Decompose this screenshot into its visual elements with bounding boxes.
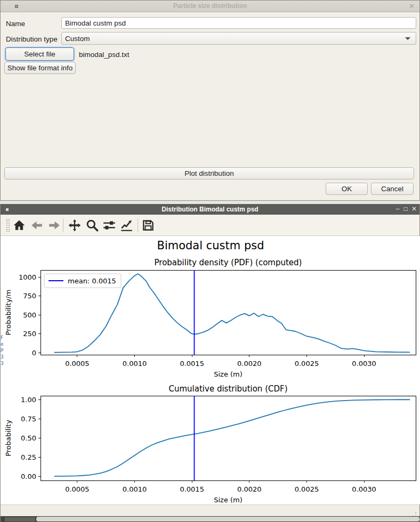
screen: Particle size distribution ✕ Name Distri… xyxy=(0,0,420,522)
svg-text:750: 750 xyxy=(23,292,36,300)
svg-text:0.0025: 0.0025 xyxy=(295,485,319,493)
close-icon[interactable]: ✕ xyxy=(410,205,418,213)
plot-window-titlebar[interactable]: Distribution Bimodal custm psd – □ ✕ xyxy=(1,204,419,215)
figure-title: Bimodal custm psd xyxy=(157,239,264,252)
home-icon[interactable] xyxy=(12,218,26,232)
edit-plot-icon[interactable] xyxy=(119,218,133,232)
scrollbar-thumb[interactable] xyxy=(36,517,419,521)
ok-button[interactable]: OK xyxy=(326,183,368,195)
svg-text:0.0030: 0.0030 xyxy=(352,360,376,368)
save-icon[interactable] xyxy=(141,218,155,232)
name-input[interactable] xyxy=(61,17,416,29)
dialog-title: Particle size distribution xyxy=(1,2,419,10)
svg-text:0.0025: 0.0025 xyxy=(295,360,319,368)
svg-text:0: 0 xyxy=(32,349,36,357)
plot-distribution-button[interactable]: Plot distribution xyxy=(4,167,414,180)
svg-text:0.0015: 0.0015 xyxy=(180,360,204,368)
back-icon[interactable] xyxy=(30,218,44,232)
configure-subplots-icon[interactable] xyxy=(102,218,116,232)
svg-text:0.0010: 0.0010 xyxy=(123,360,147,368)
svg-text:0.0005: 0.0005 xyxy=(65,485,90,493)
particle-size-dialog: Particle size distribution ✕ Name Distri… xyxy=(0,0,420,201)
legend-label: mean: 0.0015 xyxy=(68,277,116,285)
zoom-icon[interactable] xyxy=(85,218,99,232)
resize-grip-icon[interactable] xyxy=(409,512,410,513)
matplotlib-toolbar xyxy=(1,215,419,236)
svg-text:0.50: 0.50 xyxy=(21,434,36,442)
name-label: Name xyxy=(6,20,25,28)
svg-text:0.0020: 0.0020 xyxy=(237,485,262,493)
svg-text:0.0010: 0.0010 xyxy=(123,485,147,493)
toolbar-grip[interactable] xyxy=(9,219,11,232)
distribution-type-value: Custom xyxy=(65,35,90,43)
pdf-subplot: Probability density (PDF) (computed)0.00… xyxy=(4,258,416,378)
cdf-xlabel: Size (m) xyxy=(214,496,243,504)
svg-text:1000: 1000 xyxy=(19,273,36,281)
figure-canvas[interactable]: Bimodal custm psdProbability density (PD… xyxy=(1,236,420,504)
cdf-subplot: Cumulative distribution (CDF)0.00050.001… xyxy=(4,384,416,504)
scrollbar-button[interactable] xyxy=(5,517,35,521)
close-icon[interactable]: ✕ xyxy=(409,2,415,10)
toolbar-separator xyxy=(138,218,138,232)
dialog-titlebar[interactable]: Particle size distribution ✕ xyxy=(1,1,419,12)
svg-text:0.00: 0.00 xyxy=(21,472,36,480)
selected-file-label: bimodal_psd.txt xyxy=(79,51,130,59)
figure-svg: Bimodal custm psdProbability density (PD… xyxy=(1,236,420,504)
distribution-type-label: Distribution type xyxy=(6,35,58,43)
chevron-down-icon xyxy=(405,37,410,40)
pdf-ylabel: Probability/m xyxy=(4,290,12,336)
cdf-title: Cumulative distribution (CDF) xyxy=(169,384,288,394)
svg-text:0.0005: 0.0005 xyxy=(65,360,90,368)
pan-icon[interactable] xyxy=(68,218,82,232)
svg-text:0.25: 0.25 xyxy=(21,453,36,461)
show-file-format-info-button[interactable]: Show file format info xyxy=(4,62,76,74)
svg-text:0.0015: 0.0015 xyxy=(180,485,204,493)
svg-text:1.00: 1.00 xyxy=(21,396,36,404)
pdf-title: Probability density (PDF) (computed) xyxy=(155,258,302,267)
legend: mean: 0.0015 xyxy=(44,274,121,288)
select-file-button[interactable]: Select file xyxy=(5,47,74,61)
cdf-axes xyxy=(41,396,416,480)
toolbar-separator xyxy=(63,218,63,232)
cancel-button[interactable]: Cancel xyxy=(371,183,414,195)
cdf-line xyxy=(54,399,410,476)
minimize-icon[interactable]: – xyxy=(394,205,401,213)
svg-text:0.75: 0.75 xyxy=(21,415,36,423)
distribution-type-select[interactable]: Custom xyxy=(61,32,416,45)
statusbar xyxy=(1,504,419,516)
svg-text:500: 500 xyxy=(23,311,36,319)
svg-text:250: 250 xyxy=(23,330,36,338)
svg-text:0.0030: 0.0030 xyxy=(352,485,376,493)
forward-icon[interactable] xyxy=(47,218,61,232)
plot-window-title: Distribution Bimodal custm psd xyxy=(1,206,419,213)
svg-text:0.0020: 0.0020 xyxy=(237,360,262,368)
maximize-icon[interactable]: □ xyxy=(402,205,409,213)
pdf-xlabel: Size (m) xyxy=(214,370,243,378)
background-window-fragment: FeP33 xyxy=(1,335,5,369)
cdf-ylabel: Probability xyxy=(4,420,12,456)
horizontal-scrollbar xyxy=(1,516,419,522)
distribution-plot-window: Distribution Bimodal custm psd – □ ✕ xyxy=(0,204,420,522)
